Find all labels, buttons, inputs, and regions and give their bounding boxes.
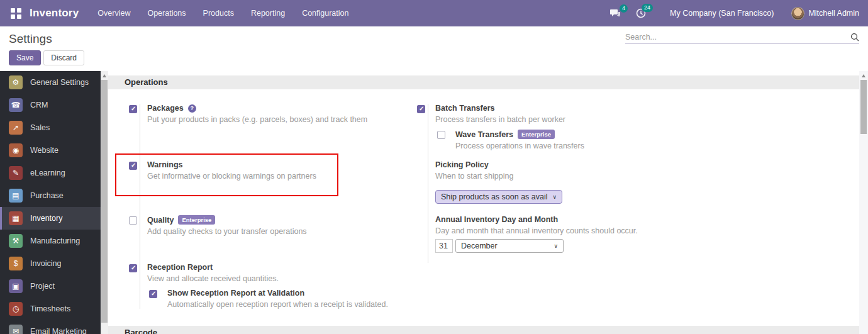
app-name[interactable]: Inventory (30, 7, 79, 19)
invoicing-app-icon: $ (9, 257, 23, 270)
sidebar-item-label: Sales (30, 123, 50, 132)
sidebar-item-inventory[interactable]: ▦ Inventory (0, 207, 101, 230)
sidebar-item-elearning[interactable]: ✎ eLearning (0, 162, 101, 184)
website-app-icon: ◉ (9, 143, 23, 157)
show-reception-report-label[interactable]: Show Reception Report at Validation (167, 289, 304, 298)
scroll-up-icon[interactable] (103, 74, 106, 77)
manufacturing-app-icon: ⚒ (9, 234, 23, 248)
section-header-operations: Operations (108, 75, 859, 89)
warnings-checkbox[interactable] (129, 162, 137, 170)
batch-transfers-description: Process transfers in batch per worker (435, 115, 691, 124)
quality-description: Add quality checks to your transfer oper… (147, 227, 414, 236)
wave-transfers-label[interactable]: Wave Transfers (455, 130, 513, 139)
help-icon[interactable]: ? (188, 104, 196, 113)
company-switcher[interactable]: My Company (San Francisco) (670, 9, 774, 18)
general-settings-app-icon: ⚙ (9, 75, 23, 89)
elearning-app-icon: ✎ (9, 166, 23, 180)
sidebar-item-label: Purchase (30, 191, 64, 200)
sidebar-item-label: Email Marketing (30, 327, 87, 334)
quality-label[interactable]: Quality (147, 216, 174, 225)
annual-inventory-label: Annual Inventory Day and Month (435, 215, 558, 224)
sidebar-item-label: Manufacturing (30, 237, 80, 245)
messages-button[interactable]: 4 (610, 9, 621, 18)
sidebar-item-label: Project (30, 282, 55, 291)
sidebar-item-manufacturing[interactable]: ⚒ Manufacturing (0, 230, 101, 252)
sidebar-item-label: eLearning (30, 169, 65, 177)
scroll-up-icon[interactable] (862, 74, 865, 77)
setting-annual-inventory: Annual Inventory Day and Month Day and m… (414, 215, 691, 263)
section-header-barcode: Barcode (108, 326, 859, 334)
sidebar-scrollbar-thumb[interactable] (101, 80, 108, 323)
month-selected-value: December (461, 242, 498, 250)
chevron-down-icon: ∨ (554, 243, 558, 249)
activities-button[interactable]: 24 (636, 8, 646, 18)
save-button[interactable]: Save (9, 50, 41, 65)
setting-reception-report: Reception Report View and allocate recei… (126, 263, 414, 309)
menu-products[interactable]: Products (203, 9, 234, 18)
sidebar-item-website[interactable]: ◉ Website (0, 139, 101, 162)
user-menu[interactable]: Mitchell Admin (808, 9, 859, 18)
sidebar-item-timesheets[interactable]: ◷ Timesheets (0, 298, 101, 320)
sidebar-item-project[interactable]: ▣ Project (0, 275, 101, 298)
setting-wave-transfers: Wave Transfers Enterprise Process operat… (435, 130, 691, 150)
picking-policy-description: When to start shipping (435, 172, 691, 181)
user-avatar[interactable] (791, 7, 804, 20)
sidebar-item-invoicing[interactable]: $ Invoicing (0, 252, 101, 275)
warnings-label[interactable]: Warnings (147, 160, 182, 169)
picking-policy-select[interactable]: Ship products as soon as avail ∨ (435, 190, 562, 204)
project-app-icon: ▣ (9, 279, 23, 293)
sidebar-item-label: Timesheets (30, 304, 70, 313)
sidebar-item-purchase[interactable]: ▤ Purchase (0, 184, 101, 207)
timesheets-app-icon: ◷ (9, 302, 23, 316)
annual-inventory-month-select[interactable]: December ∨ (455, 239, 564, 253)
search-bar (625, 33, 859, 44)
email-marketing-app-icon: ✉ (9, 325, 23, 334)
crm-app-icon: ☎ (9, 98, 23, 112)
packages-description: Put your products in packs (e.g. parcels… (147, 115, 414, 124)
search-icon[interactable] (850, 33, 859, 42)
annual-inventory-day-input[interactable] (435, 239, 453, 253)
sidebar-item-label: Website (30, 146, 58, 155)
purchase-app-icon: ▤ (9, 189, 23, 203)
sidebar-item-general-settings[interactable]: ⚙ General Settings (0, 71, 101, 94)
sidebar-item-sales[interactable]: ↗ Sales (0, 116, 101, 139)
quality-checkbox[interactable] (129, 216, 137, 225)
setting-show-reception-report: Show Reception Report at Validation Auto… (147, 289, 414, 309)
reception-report-description: View and allocate received quantities. (147, 274, 414, 283)
packages-label[interactable]: Packages (147, 104, 184, 113)
sidebar-item-crm[interactable]: ☎ CRM (0, 94, 101, 116)
sidebar-item-label: General Settings (30, 78, 89, 87)
setting-warnings: Warnings Get informative or blocking war… (126, 160, 414, 215)
chevron-down-icon: ∨ (553, 194, 557, 200)
batch-transfers-checkbox[interactable] (417, 105, 425, 113)
annual-inventory-description: Day and month that annual inventory coun… (435, 226, 691, 235)
sidebar-item-label: Invoicing (30, 259, 61, 268)
enterprise-badge: Enterprise (178, 215, 215, 225)
apps-menu-icon[interactable] (11, 8, 21, 19)
picking-policy-label: Picking Policy (435, 160, 489, 169)
top-navbar: Inventory Overview Operations Products R… (0, 0, 868, 26)
menu-configuration[interactable]: Configuration (302, 9, 348, 18)
reception-report-label[interactable]: Reception Report (147, 263, 213, 272)
batch-transfers-label[interactable]: Batch Transfers (435, 104, 494, 113)
reception-report-checkbox[interactable] (129, 264, 137, 272)
menu-reporting[interactable]: Reporting (251, 9, 285, 18)
wave-transfers-checkbox[interactable] (437, 131, 445, 139)
discard-button[interactable]: Discard (43, 50, 84, 65)
menu-operations[interactable]: Operations (147, 9, 186, 18)
main-scrollbar[interactable] (859, 71, 868, 334)
settings-sidebar: ⚙ General Settings ☎ CRM ↗ Sales ◉ Websi… (0, 71, 108, 334)
wave-transfers-description: Process operations in wave transfers (455, 142, 584, 150)
main-scrollbar-thumb[interactable] (860, 80, 867, 134)
setting-picking-policy: Picking Policy When to start shipping Sh… (414, 160, 691, 215)
sidebar-item-label: CRM (30, 101, 48, 109)
sidebar-scrollbar[interactable] (101, 71, 108, 334)
show-reception-report-checkbox[interactable] (149, 290, 157, 298)
sidebar-item-email-marketing[interactable]: ✉ Email Marketing (0, 320, 101, 334)
search-input[interactable] (625, 33, 850, 42)
setting-quality: Quality Enterprise Add quality checks to… (126, 215, 414, 263)
picking-policy-selected-value: Ship products as soon as avail (441, 192, 548, 201)
sales-app-icon: ↗ (9, 121, 23, 135)
menu-overview[interactable]: Overview (97, 9, 130, 18)
packages-checkbox[interactable] (129, 105, 137, 113)
